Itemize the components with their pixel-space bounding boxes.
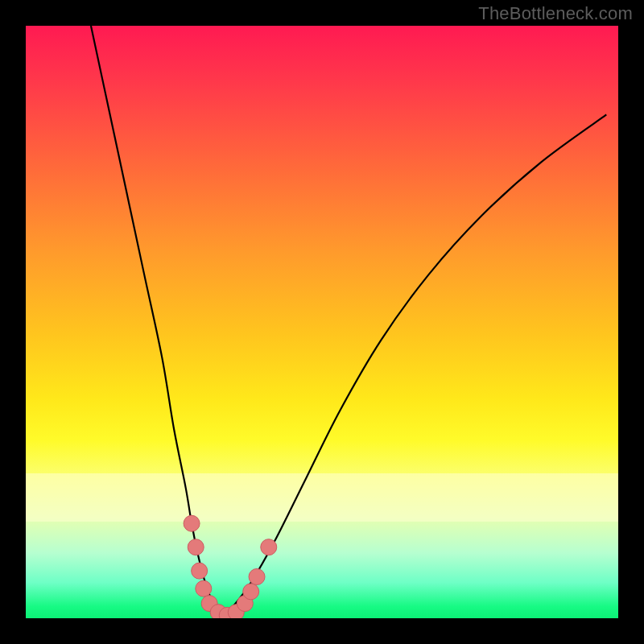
data-marker <box>196 580 212 597</box>
curve-layer <box>26 26 618 618</box>
data-marker <box>184 515 200 531</box>
curve-right-branch <box>221 114 606 618</box>
watermark-text: TheBottleneck.com <box>478 3 633 24</box>
chart-frame: TheBottleneck.com <box>0 0 644 644</box>
data-marker <box>192 563 208 579</box>
marker-group <box>184 515 277 618</box>
data-marker <box>243 584 259 600</box>
plot-area <box>26 26 618 618</box>
data-marker <box>249 568 265 584</box>
data-marker <box>188 539 204 555</box>
data-marker <box>261 539 277 555</box>
curve-left-branch <box>91 26 221 618</box>
